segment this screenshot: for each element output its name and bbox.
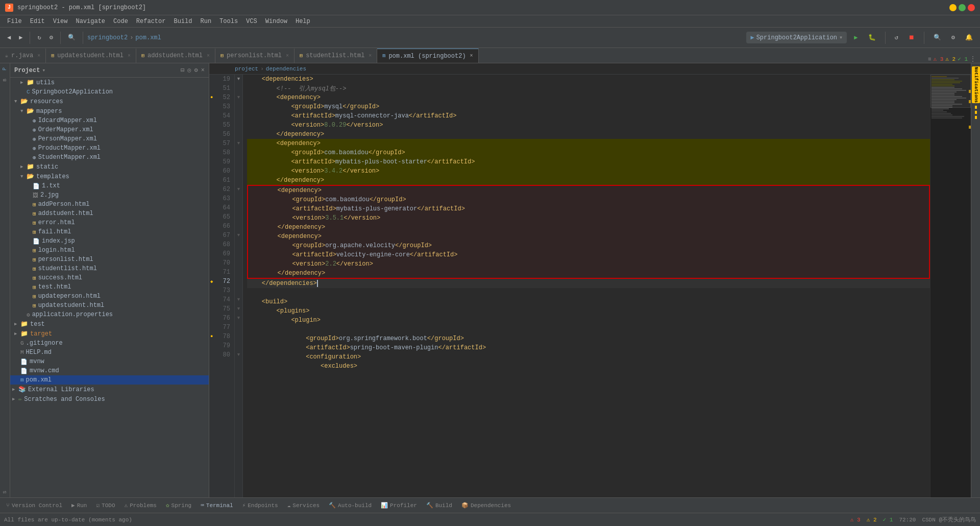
menu-navigate[interactable]: Navigate (71, 17, 109, 26)
toolbar-search[interactable]: 🔍 (65, 32, 79, 43)
run-button[interactable]: ▶ (851, 32, 861, 43)
minimap-viewport[interactable] (930, 75, 971, 108)
structure-side-icon[interactable]: S (2, 489, 9, 495)
menu-file[interactable]: File (3, 17, 26, 26)
tree-item-idcard[interactable]: ⊛ IdcardMapper.xml (10, 116, 209, 125)
tab-r-java[interactable]: ☕ r.java × (0, 49, 46, 63)
tree-item-updateperson[interactable]: ⊞ updateperson.html (10, 292, 209, 301)
menu-edit[interactable]: Edit (26, 17, 49, 26)
tree-item-personlist[interactable]: ⊞ personlist.html (10, 255, 209, 264)
tree-item-utils[interactable]: ▶ 📁 utils (10, 78, 209, 87)
bookmarks-side-icon[interactable]: B (2, 77, 9, 83)
tree-item-student-mapper[interactable]: ⊛ StudentMapper.xml (10, 153, 209, 162)
run-config-selector[interactable]: ▶ Springboot2Application ▾ (746, 32, 847, 43)
tree-item-ext-libs[interactable]: ▶ 📚 External Libraries (10, 385, 209, 394)
tab-personlist[interactable]: ⊞ personlist.html × (215, 49, 295, 63)
project-side-icon[interactable]: P (1, 65, 9, 73)
tree-item-mvnw[interactable]: 📄 mvnw (10, 357, 209, 366)
profiler-btn[interactable]: 📊 Profiler (377, 500, 421, 510)
menu-tools[interactable]: Tools (215, 17, 242, 26)
toolbar-sync[interactable]: ↻ (34, 32, 44, 43)
tab-overflow-btn[interactable]: ≡ (928, 56, 932, 62)
build-btn[interactable]: 🔨 Build (422, 500, 456, 510)
menu-run[interactable]: Run (196, 17, 215, 26)
tab-pom-xml[interactable]: m pom.xml (springboot2) × (377, 49, 478, 63)
version-control-btn[interactable]: ⑂ Version Control (2, 501, 66, 510)
tree-item-springbootapp[interactable]: C Springboot2Application (10, 87, 209, 97)
toolbar-settings[interactable]: ⚙ (46, 32, 56, 43)
minimize-button[interactable]: — (949, 4, 957, 11)
tab-close-updatestudent[interactable]: × (128, 53, 131, 59)
code-view[interactable]: 19 51 52 ● 53 54 55 56 57 58 59 60 61 62… (209, 75, 971, 497)
tree-close[interactable]: × (201, 67, 205, 74)
tree-item-studentlist[interactable]: ⊞ studentlist.html (10, 264, 209, 273)
tree-item-helpmd[interactable]: M HELP.md (10, 348, 209, 357)
tab-close-addstudent[interactable]: × (207, 53, 210, 59)
fold-75[interactable]: ▼ (235, 304, 242, 314)
update-button[interactable]: ↺ (892, 32, 901, 43)
menu-build[interactable]: Build (169, 17, 196, 26)
tree-item-appprops[interactable]: ⚙ application.properties (10, 310, 209, 319)
stop-button[interactable]: ⏹ (905, 32, 918, 43)
tree-item-person[interactable]: ⊛ PersonMapper.xml (10, 134, 209, 144)
tab-close-personlist[interactable]: × (286, 53, 289, 59)
tab-updatestudent[interactable]: ⊞ updatestudent.html × (46, 49, 136, 63)
fold-62[interactable]: ▼ (235, 185, 242, 194)
terminal-btn[interactable]: ⌨ Terminal (197, 500, 237, 510)
tree-item-test-html[interactable]: ⊞ test.html (10, 282, 209, 292)
deps-btn[interactable]: 📦 Dependencies (457, 500, 515, 510)
fold-19[interactable]: ▼ (235, 75, 242, 84)
fold-52[interactable]: ▼ (235, 93, 242, 102)
tree-item-pomxml[interactable]: m pom.xml (10, 375, 209, 385)
tree-item-templates[interactable]: ▼ 📂 templates (10, 172, 209, 181)
tree-item-mvnwcmd[interactable]: 📄 mvnw.cmd (10, 366, 209, 375)
project-tree-dropdown[interactable]: ▾ (42, 67, 45, 74)
tree-item-fail[interactable]: ⊞ fail.html (10, 227, 209, 236)
tree-item-mappers[interactable]: ▼ 📂 mappers (10, 106, 209, 116)
maximize-button[interactable]: □ (959, 4, 966, 11)
endpoints-btn[interactable]: ⚡ Endpoints (238, 500, 282, 510)
fold-74[interactable]: ▼ (235, 295, 242, 304)
tree-item-product[interactable]: ⊛ ProductMapper.xml (10, 144, 209, 153)
tree-item-addstudent-file[interactable]: ⊞ addstudent.html (10, 209, 209, 218)
menu-refactor[interactable]: Refactor (132, 17, 170, 26)
tree-item-test[interactable]: ▶ 📁 test (10, 319, 209, 329)
fold-80[interactable]: ▼ (235, 350, 242, 360)
tree-item-updatestudent[interactable]: ⊞ updatestudent.html (10, 301, 209, 310)
tab-close-pom[interactable]: × (470, 53, 473, 59)
toolbar-back[interactable]: ◀ (4, 32, 14, 43)
toolbar-file-label[interactable]: pom.xml (135, 34, 161, 41)
fold-57[interactable]: ▼ (235, 139, 242, 148)
menu-view[interactable]: View (49, 17, 72, 26)
tree-item-static[interactable]: ▶ 📁 static (10, 162, 209, 172)
tree-item-1txt[interactable]: 📄 1.txt (10, 181, 209, 190)
tab-close-studentlist[interactable]: × (369, 53, 372, 59)
tree-item-success[interactable]: ⊞ success.html (10, 273, 209, 282)
menu-window[interactable]: Window (261, 17, 291, 26)
spring-btn[interactable]: ✿ Spring (162, 500, 195, 510)
breadcrumb-project[interactable]: project (235, 66, 258, 72)
search-icon-btn[interactable]: 🔍 (930, 32, 944, 43)
settings-btn[interactable]: ⚙ (948, 32, 958, 43)
fold-67[interactable]: ▼ (235, 231, 242, 240)
tree-item-gitignore[interactable]: G .gitignore (10, 339, 209, 348)
tree-item-2jpg[interactable]: 🖼 2.jpg (10, 190, 209, 200)
tree-item-scratches[interactable]: ▶ ✏ Scratches and Consoles (10, 394, 209, 404)
tab-addstudent[interactable]: ⊞ addstudent.html × (136, 49, 215, 63)
tree-collapse-all[interactable]: ⊟ (181, 66, 184, 74)
tree-item-order[interactable]: ⊛ OrderMapper.xml (10, 125, 209, 134)
tree-item-resources[interactable]: ▼ 📂 resources (10, 97, 209, 106)
menu-vcs[interactable]: VCS (242, 17, 261, 26)
tree-item-target[interactable]: ▶ 📁 target (10, 329, 209, 339)
menu-help[interactable]: Help (291, 17, 314, 26)
tree-item-error[interactable]: ⊞ error.html (10, 218, 209, 227)
services-btn[interactable]: ☁ Services (283, 500, 324, 510)
close-button[interactable]: ✕ (968, 4, 975, 11)
tree-scroll-to-source[interactable]: ◎ (187, 66, 191, 74)
code-content[interactable]: <dependencies> <!-- 引入mysql包--> <depende… (243, 75, 930, 497)
debug-button[interactable]: 🐛 (865, 32, 879, 43)
problems-btn[interactable]: ⚠ Problems (120, 500, 161, 510)
tab-close-r-java[interactable]: × (37, 53, 40, 59)
toolbar-forward[interactable]: ▶ (16, 32, 26, 43)
toolbar-project-label[interactable]: springboot2 (87, 34, 128, 41)
